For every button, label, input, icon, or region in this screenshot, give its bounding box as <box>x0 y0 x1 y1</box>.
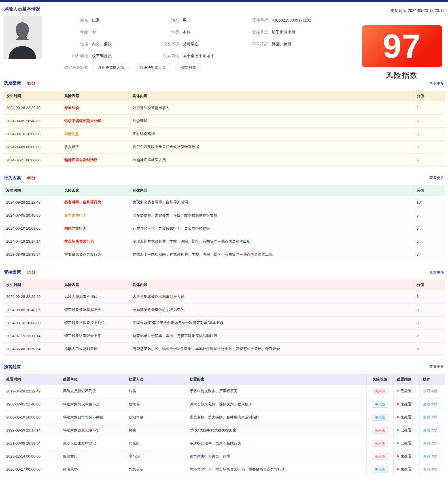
cell-disposal-factor: 矛盾纠纷次数多、严重程度高 <box>186 385 366 398</box>
section-score: 45分 <box>27 81 36 86</box>
profile-field: 学历 本科 <box>151 29 240 35</box>
field-value: 高于全省平均水平 <box>183 52 215 59</box>
cell-score: 10 <box>413 196 445 209</box>
view-detail-link[interactable]: 查看详情 <box>423 402 438 406</box>
field-value: 男 <box>183 17 187 24</box>
cell-score: 3 <box>413 303 445 316</box>
section-score: 15分 <box>27 270 36 275</box>
col-header-score: 分值 <box>413 279 445 290</box>
table-row: 2024-08-09 00:00:00 收入低下 近三个月及以上无公积金或社保缴… <box>3 140 445 153</box>
col-header-risk-level: 风险等级 <box>366 374 393 385</box>
view-more-link[interactable]: 查看更多 <box>429 175 444 180</box>
cell-score: 2 <box>413 342 445 355</box>
page-header: 风险人员基本情况 更新时间 2024-09-20 13:23:12 <box>3 2 445 12</box>
disposal-result: 已处置 <box>397 389 412 393</box>
cell-time: 2024-07-05 20:40:05 <box>3 209 61 222</box>
cell-content: 近三个月及以上无公积金或社保缴存数据 <box>129 140 413 153</box>
special-tag-chip: 特定对象 <box>175 63 202 72</box>
view-more-link[interactable]: 查看更多 <box>429 81 444 86</box>
cell-content: 与智慧安防小区、物业登记居住数据，本地社保数据进行比对，发现有相关登记、缴存记录 <box>129 342 413 355</box>
status-dot <box>397 455 399 457</box>
view-more-link[interactable]: 查看更多 <box>429 270 444 275</box>
status-dot <box>397 442 399 444</box>
cell-disposal-time: 2023-12-14 00:00:00 <box>3 450 60 463</box>
table-row: 2024-05-10 16:08:00 网络异常行为 存在异常言论、异常搜索行为… <box>3 222 445 235</box>
col-header-factor: 风险因素 <box>61 279 129 290</box>
cell-time: 2024-09-05 20:40:05 <box>3 303 61 316</box>
table-row: 2024-09-28 22:22:49 矛盾纠纷 邻里等纠纷警情当事人 2 <box>3 101 445 114</box>
page-title: 风险人员基本情况 <box>4 6 40 12</box>
cell-disposal-person: 率与治 <box>125 450 186 463</box>
table-row: 2024-09-05 20:40:05 特定对象情况掌握不全 家庭情况等关键信息… <box>3 303 445 316</box>
table-row: 2020-05-17 00:00:00 眼须从热 九思美空 网络异常行为、重点场… <box>3 463 445 476</box>
table-header-row: 发生时间 风险因素 具体内容 分值 <box>3 91 445 101</box>
field-value: 32 <box>92 29 96 35</box>
col-header-factor: 风险因素 <box>61 91 129 101</box>
table-header-row: 发生时间 风险因素 具体内容 分值 <box>3 279 445 290</box>
profile-field: 证件号码 430502199809171182 <box>240 17 445 24</box>
alert-disposal-table: 处置时间 处置单位 处置人员 处置因素 风险等级 处置结果 操作 2019-04… <box>3 374 445 476</box>
cell-time: 2024-08-09 00:00:00 <box>3 140 61 153</box>
status-dot <box>397 403 399 405</box>
disposal-result: 已处置 <box>397 428 412 432</box>
cell-risk-factor: 扬言滋事、自杀等行为 <box>64 200 101 204</box>
table-row: 2024-07-05 20:40:05 暴力伤害行为 涉多次伤害、家庭暴力、斗殴… <box>3 209 445 222</box>
risk-level-badge: 中风险 <box>372 414 388 421</box>
view-detail-link[interactable]: 查看详情 <box>423 428 438 432</box>
disposal-result: 未处置 <box>397 402 412 406</box>
cell-risk-factor: 重点场所异常行为 <box>64 239 94 244</box>
disposal-result-text: 未处置 <box>401 402 412 406</box>
view-detail-link[interactable]: 查看详情 <box>423 441 438 445</box>
profile-field: 民风习俗 高于全省平均水平 <box>151 52 240 59</box>
cell-risk-factor: 诉求不满或长期未化解 <box>64 119 101 123</box>
cell-disposal-factor: 多次扬言滋事、自杀等极端行为 <box>186 437 366 450</box>
cell-content: 因故意犯罪被作出刑事判决人员 <box>129 290 413 303</box>
view-detail-link[interactable]: 查看详情 <box>423 454 438 458</box>
disposal-result: 未处置 <box>397 415 412 419</box>
cell-time: 2024-08-10 16:08:00 <box>3 127 61 140</box>
cell-disposal-factor: 网络异常行为、重点场所异常行为、重要敏感节点异常行为 <box>186 463 366 476</box>
table-row: 1988-07-05 21:40:05 特定对象情况掌握不全 危海善 诉求长期未… <box>3 398 445 411</box>
risk-index: 97 风险指数 <box>362 25 442 80</box>
cell-time: 2024-09-28 22:22:49 <box>3 290 61 303</box>
table-row: 2006-05-10 16:08:00 特定对象日常管控不到位 欧阳青馨 家庭变… <box>3 411 445 424</box>
view-more-link[interactable]: 查看更多 <box>429 364 444 369</box>
cell-content: 涉多次伤害、家庭暴力、斗殴、故意损毁财物等警情 <box>129 209 413 222</box>
risk-index-label: 风险指数 <box>362 71 442 80</box>
cell-content: 在临近十一国庆期间，在党政机关、学校、医院、景区、商圈等同一地点周边多次出现 <box>129 248 413 261</box>
risk-level-badge: 高风险 <box>372 388 388 394</box>
disposal-result: 未处置 <box>397 467 412 471</box>
table-row: 2023-08-08 18:39:54 重要敏感节点异常行为 在临近十一国庆期间… <box>3 248 445 261</box>
section-title: 管控因素 <box>4 270 21 275</box>
cell-disposal-factor: 诉求长期未化解、感情失意、收入低下 <box>186 398 366 411</box>
risk-level-badge: 中风险 <box>372 401 388 408</box>
cell-disposal-time: 2006-05-10 16:08:00 <box>3 411 60 424</box>
disposal-result: 未处置 <box>397 454 412 458</box>
view-detail-link[interactable]: 查看详情 <box>423 467 438 471</box>
cell-disposal-unit: 流动人口未及时登记 <box>60 437 125 450</box>
cell-disposal-person: 柯晓 <box>125 424 186 437</box>
field-value: 坡子街派出所 <box>272 29 296 35</box>
top-accent-bar <box>0 0 448 2</box>
cell-risk-factor: 重要敏感节点异常行为 <box>64 252 101 257</box>
section-head-behavior-factors: 行为因素 40分 查看更多 <box>3 167 445 185</box>
disposal-result-text: 未处置 <box>401 415 412 419</box>
profile-field: 年龄 32 <box>60 29 151 35</box>
cell-score: 2 <box>413 329 445 342</box>
cell-score: 5 <box>413 235 445 248</box>
view-detail-link[interactable]: 查看详情 <box>423 415 438 419</box>
cell-risk-factor: 感情失意 <box>64 132 79 136</box>
col-header-disposal-unit: 处置单位 <box>60 374 125 385</box>
cell-time: 2024-08-10 16:08:00 <box>3 316 61 329</box>
risk-profile-page: 风险人员基本情况 更新时间 2024-09-20 13:23:12 姓名 伍豪 <box>0 2 448 476</box>
view-detail-link[interactable]: 查看详情 <box>423 389 438 393</box>
table-row: 2024-09-28 22:22:49 扬言滋事、自杀等行为 发现多次扬言滋事、… <box>3 196 445 209</box>
cell-risk-factor: 矛盾纠纷 <box>64 106 79 110</box>
col-header-action: 操作 <box>419 374 445 385</box>
col-header-content: 具体内容 <box>129 91 413 101</box>
cell-risk-factor: 风险人员排查不到位 <box>64 294 97 299</box>
field-value: 校车驾驶员 <box>92 52 112 59</box>
cell-time: 2024-04-19 23:17:14 <box>3 235 61 248</box>
cell-disposal-factor: 家庭变故、重大疾病、精神疾病未及时治疗 <box>186 411 366 424</box>
cell-score: 5 <box>413 290 445 303</box>
